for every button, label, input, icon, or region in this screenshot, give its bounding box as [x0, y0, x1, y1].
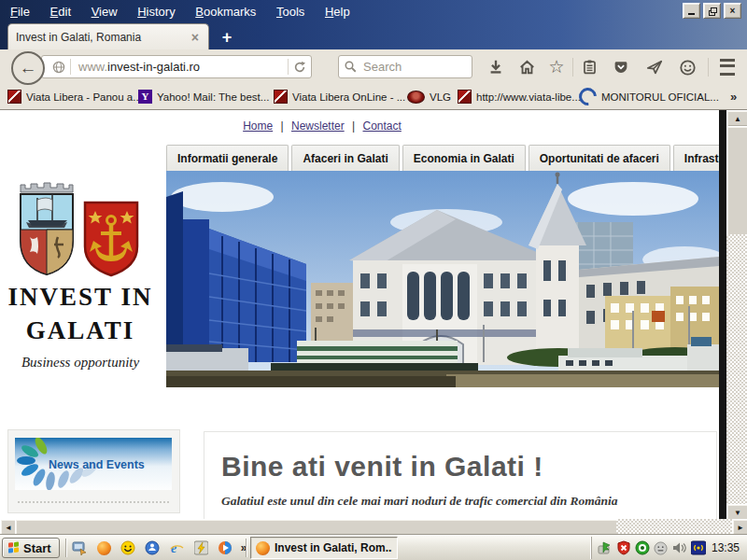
wireless-icon[interactable] — [691, 540, 706, 555]
horizontal-scroll-thumb[interactable] — [15, 519, 618, 534]
newsletter-link[interactable]: Newsletter — [291, 119, 345, 133]
welcome-heading: Bine ati venit in Galati ! — [221, 451, 543, 483]
scroll-left-icon: ◄ — [5, 524, 12, 532]
windows-logo-icon — [8, 541, 20, 553]
menu-view[interactable]: View — [83, 2, 126, 21]
media-player-icon[interactable] — [217, 539, 233, 556]
yahoo-messenger-icon[interactable] — [120, 539, 136, 556]
horizontal-scroll-track[interactable] — [616, 519, 732, 534]
search-box[interactable] — [338, 55, 472, 78]
tab-economia-in-galati[interactable]: Economia in Galati — [402, 145, 526, 171]
site-brand-title: INVEST IN GALATI — [0, 280, 161, 347]
toolbar-divider — [708, 58, 709, 77]
globe-icon — [51, 60, 66, 75]
yahoo-icon: Y — [138, 90, 152, 104]
page-viewport: Home | Newsletter | Contact — [0, 110, 747, 534]
firefox-icon[interactable] — [95, 539, 112, 556]
urlbar-divider — [288, 59, 289, 75]
taskbar-clock[interactable]: 13:35 — [710, 541, 745, 554]
pocket-icon[interactable] — [611, 57, 631, 77]
urlbar-divider — [70, 59, 71, 75]
vlg-icon — [407, 91, 425, 104]
taskbar: Start e » Invest in Galati, Rom... — [0, 534, 747, 560]
menu-help[interactable]: Help — [317, 2, 359, 21]
security-alert-icon[interactable] — [616, 540, 631, 555]
home-link[interactable]: Home — [243, 119, 273, 133]
bookmark-star-icon[interactable]: ☆ — [546, 57, 567, 77]
url-prefix: www. — [78, 60, 107, 74]
send-plane-icon[interactable] — [644, 57, 665, 77]
horizontal-scrollbar[interactable]: ◄ ► — [0, 519, 747, 534]
browser-tab[interactable]: Invest in Galati, Romania × — [7, 23, 209, 49]
firefox-icon — [256, 541, 270, 555]
menu-tools[interactable]: Tools — [268, 2, 313, 21]
monitorul-oficial-icon — [575, 84, 600, 109]
task-button-firefox[interactable]: Invest in Galati, Rom... — [250, 537, 398, 559]
offline-smiley-icon[interactable] — [654, 540, 669, 555]
eye-monitor-icon[interactable] — [635, 540, 650, 555]
bookmarks-toolbar: Viata Libera - Panou a... YYahoo! Mail: … — [0, 84, 747, 110]
search-icon — [344, 60, 358, 74]
tab-oportunitati-de-afaceri[interactable]: Oportunitati de afaceri — [529, 145, 670, 171]
scroll-up-button[interactable]: ▲ — [726, 110, 747, 127]
link-separator: | — [281, 119, 284, 133]
bookmark-item[interactable]: YYahoo! Mail: The best... — [138, 89, 269, 105]
menu-bar: File Edit View History Bookmarks Tools H… — [2, 2, 359, 22]
tab-title: Invest in Galati, Romania — [16, 31, 190, 44]
updater-icon[interactable] — [598, 540, 613, 555]
window-controls: × — [683, 3, 741, 19]
tab-afaceri-in-galati[interactable]: Afaceri in Galati — [291, 145, 399, 171]
menu-hamburger-icon[interactable] — [717, 57, 738, 77]
menu-history[interactable]: History — [129, 2, 183, 21]
menu-bookmarks[interactable]: Bookmarks — [187, 2, 264, 21]
home-icon[interactable] — [516, 57, 537, 77]
close-button[interactable]: × — [724, 3, 741, 19]
vertical-scroll-thumb[interactable] — [726, 126, 747, 236]
scroll-down-icon: ▼ — [734, 509, 741, 517]
tab-informatii-generale[interactable]: Informatii generale — [166, 145, 289, 171]
bookmark-item[interactable]: MONITORUL OFICIAL... — [579, 89, 719, 105]
menu-file[interactable]: File — [2, 2, 38, 21]
desktop-screen: File Edit View History Bookmarks Tools H… — [0, 0, 747, 560]
winamp-icon[interactable] — [192, 539, 209, 556]
bookmark-item[interactable]: http://www.viata-libe... — [458, 89, 581, 105]
scroll-up-icon: ▲ — [734, 115, 741, 123]
volume-icon[interactable] — [672, 540, 687, 555]
minimize-button[interactable] — [683, 3, 700, 19]
welcome-subheading: Galatiul este unul din cele mai mari nod… — [221, 494, 618, 509]
tab-close-icon[interactable]: × — [190, 30, 201, 45]
scroll-right-button[interactable]: ► — [732, 519, 747, 534]
vertical-scroll-track[interactable] — [726, 234, 747, 504]
download-icon[interactable] — [486, 57, 506, 77]
new-tab-button[interactable]: + — [213, 26, 241, 49]
viata-libera-icon — [7, 90, 21, 104]
vertical-scrollbar[interactable]: ▲ ▼ — [726, 110, 747, 519]
hello-smiley-icon[interactable] — [677, 57, 698, 77]
url-bar[interactable]: www. invest-in-galati.ro — [41, 55, 312, 78]
messenger-icon[interactable] — [144, 539, 161, 556]
page-right-edge — [719, 110, 726, 519]
site-nav-tabs: Informatii generale Afaceri in Galati Ec… — [166, 145, 747, 171]
show-desktop-icon[interactable] — [71, 539, 88, 556]
menu-edit[interactable]: Edit — [42, 2, 79, 21]
restore-button[interactable] — [703, 3, 721, 19]
bookmarks-list-icon[interactable] — [579, 57, 599, 77]
internet-explorer-icon[interactable]: e — [168, 539, 185, 556]
start-button[interactable]: Start — [2, 538, 60, 558]
bookmark-item[interactable]: Viata Libera OnLine - ... — [274, 89, 405, 105]
scroll-right-icon: ► — [737, 524, 744, 532]
news-and-events-box[interactable]: News and Events — [7, 429, 180, 513]
url-text[interactable]: invest-in-galati.ro — [107, 60, 284, 74]
bookmark-item[interactable]: Viata Libera - Panou a... — [7, 89, 142, 105]
bookmark-item[interactable]: VLG — [407, 89, 451, 105]
anchor-coat-of-arms — [82, 200, 140, 278]
navigation-toolbar: ← www. invest-in-galati.ro — [0, 49, 747, 85]
system-tray: 13:35 — [591, 537, 745, 559]
viata-libera-icon — [458, 90, 472, 104]
reload-icon[interactable] — [292, 60, 307, 75]
restore-icon — [709, 7, 716, 15]
bookmarks-overflow-chevron[interactable]: » — [730, 89, 737, 105]
search-input[interactable] — [361, 59, 458, 75]
back-button[interactable]: ← — [11, 51, 45, 85]
contact-link[interactable]: Contact — [362, 119, 401, 133]
